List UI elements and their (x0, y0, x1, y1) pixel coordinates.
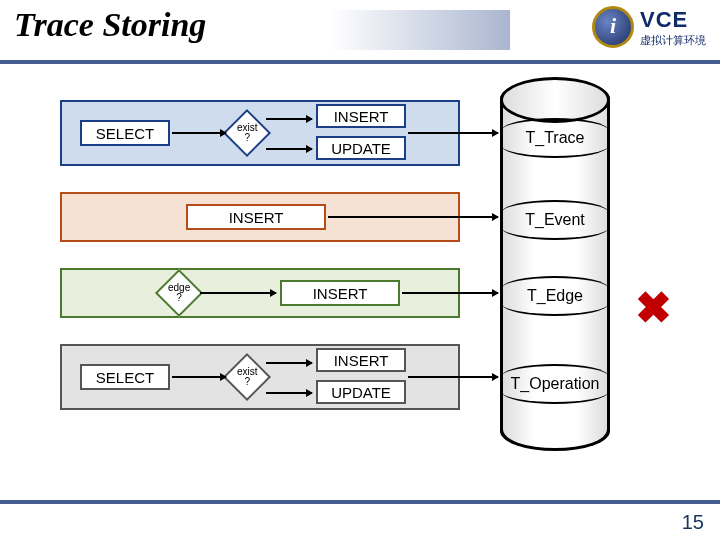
op-update-trace: UPDATE (316, 136, 406, 160)
footer-divider (0, 500, 720, 504)
op-update-operation: UPDATE (316, 380, 406, 404)
table-operation: T_Operation (502, 370, 608, 398)
arrow (266, 148, 312, 150)
op-select-trace: SELECT (80, 120, 170, 146)
op-select-operation: SELECT (80, 364, 170, 390)
arrow (408, 132, 498, 134)
arrow (172, 132, 226, 134)
brand-logo: i VCE 虚拟计算环境 (592, 6, 706, 48)
arrow (408, 376, 498, 378)
logo-tagline: 虚拟计算环境 (640, 33, 706, 48)
page-number: 15 (682, 511, 704, 534)
slide-title: Trace Storing (14, 6, 206, 44)
title-bar: Trace Storing i VCE 虚拟计算环境 (0, 0, 720, 64)
arrow (172, 376, 226, 378)
table-edge: T_Edge (502, 282, 608, 310)
op-insert-trace: INSERT (316, 104, 406, 128)
table-trace: T_Trace (502, 124, 608, 152)
arrow (402, 292, 498, 294)
table-event: T_Event (502, 206, 608, 234)
arrow (266, 362, 312, 364)
header-accent (330, 10, 510, 50)
diagram-stage: T_Trace T_Event T_Edge T_Operation SELEC… (0, 64, 720, 504)
logo-brand-text: VCE (640, 7, 706, 33)
arrow (266, 118, 312, 120)
op-insert-edge: INSERT (280, 280, 400, 306)
delete-mark-icon: ✖ (635, 282, 672, 334)
arrow (266, 392, 312, 394)
logo-badge-icon: i (592, 6, 634, 48)
op-insert-event: INSERT (186, 204, 326, 230)
op-insert-operation: INSERT (316, 348, 406, 372)
arrow (328, 216, 498, 218)
arrow (200, 292, 276, 294)
